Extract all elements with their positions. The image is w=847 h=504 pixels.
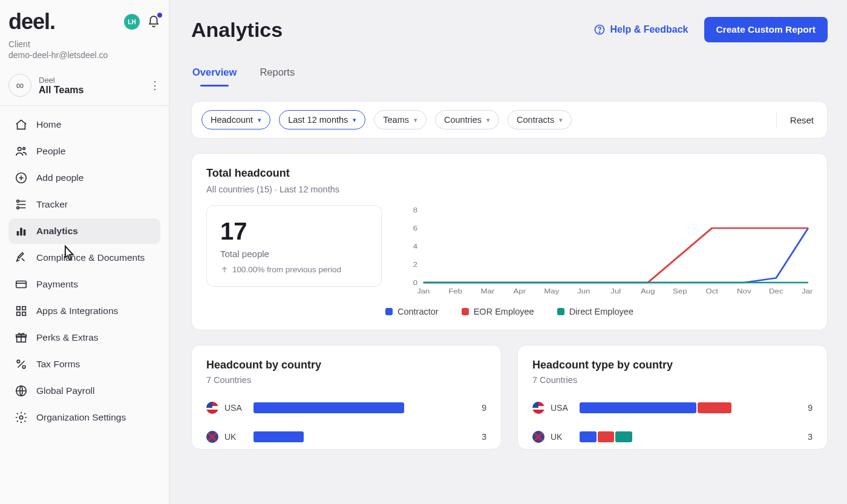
- sidebar-item-perks-extras[interactable]: Perks & Extras: [8, 325, 160, 350]
- chevron-down-icon: ▾: [258, 116, 261, 124]
- country-row: USA9: [532, 402, 813, 414]
- tab-reports[interactable]: Reports: [258, 63, 296, 87]
- svg-rect-5: [17, 231, 19, 235]
- reset-button[interactable]: Reset: [776, 113, 817, 128]
- arrow-up-icon: [220, 266, 229, 274]
- sidebar-item-organization-settings[interactable]: Organization Settings: [8, 405, 160, 430]
- infinity-icon: ∞: [8, 74, 31, 97]
- sidebar-item-payments[interactable]: Payments: [8, 272, 160, 297]
- sidebar-item-analytics[interactable]: Analytics: [8, 218, 160, 244]
- svg-point-1: [23, 148, 25, 150]
- legend: ContractorEOR EmployeeDirect Employee: [206, 307, 813, 316]
- country-row: UK3: [206, 431, 486, 443]
- sidebar-divider: [0, 105, 169, 106]
- bar-value: 9: [808, 403, 813, 413]
- help-icon: [594, 24, 606, 36]
- legend-swatch: [385, 308, 393, 315]
- card-title: Headcount type by country: [532, 359, 813, 371]
- sidebar: deel. LH Client demo-deel-hr@letsdeel.co…: [0, 0, 169, 504]
- svg-text:Jan: Jan: [802, 287, 813, 295]
- filter-chip-headcount[interactable]: Headcount▾: [201, 110, 270, 129]
- client-label: Client: [8, 39, 160, 50]
- svg-text:Sep: Sep: [673, 287, 687, 295]
- svg-point-3: [17, 200, 19, 203]
- bar-value: 3: [482, 432, 486, 442]
- svg-rect-12: [22, 312, 26, 316]
- svg-rect-6: [20, 228, 22, 236]
- flag-icon: [206, 402, 218, 414]
- card-subtitle: 7 Countries: [532, 375, 813, 385]
- create-custom-report-button[interactable]: Create Custom Report: [704, 17, 828, 42]
- bar-list: USA9UK3: [532, 402, 813, 443]
- people-icon: [15, 145, 28, 158]
- svg-point-0: [18, 148, 22, 151]
- filter-chip-contracts[interactable]: Contracts▾: [508, 110, 572, 129]
- filter-chip-last-months[interactable]: Last 12 months▾: [279, 110, 365, 129]
- legend-swatch: [462, 308, 469, 315]
- svg-text:Jul: Jul: [610, 287, 621, 295]
- bar-segment: [580, 402, 696, 413]
- sidebar-item-apps-integrations[interactable]: Apps & Integrations: [8, 298, 160, 324]
- tab-overview[interactable]: Overview: [191, 63, 238, 87]
- sidebar-item-home[interactable]: Home: [8, 112, 160, 137]
- bar-segment: [598, 431, 615, 442]
- user-avatar[interactable]: LH: [124, 14, 140, 30]
- nav-label: Perks & Extras: [36, 332, 99, 343]
- stat-delta: 100.00% from previous period: [220, 265, 368, 274]
- svg-point-16: [22, 366, 25, 369]
- legend-item: EOR Employee: [462, 307, 534, 316]
- tracker-icon: [15, 198, 28, 211]
- svg-text:6: 6: [413, 224, 418, 232]
- stat-value: 17: [220, 218, 368, 245]
- sidebar-item-add-people[interactable]: Add people: [8, 165, 160, 191]
- home-icon: [15, 118, 28, 131]
- headcount-type-by-country-card: Headcount type by country 7 Countries US…: [517, 345, 828, 450]
- svg-text:4: 4: [413, 243, 418, 250]
- svg-text:Jun: Jun: [577, 287, 590, 295]
- payments-icon: [15, 278, 28, 291]
- notifications-button[interactable]: [147, 15, 160, 28]
- flag-icon: [206, 431, 218, 443]
- help-label: Help & Feedback: [610, 24, 688, 35]
- help-feedback-link[interactable]: Help & Feedback: [594, 24, 688, 36]
- filter-chip-countries[interactable]: Countries▾: [435, 110, 499, 129]
- sidebar-item-tracker[interactable]: Tracker: [8, 192, 160, 217]
- sidebar-item-people[interactable]: People: [8, 139, 160, 164]
- page-title: Analytics: [191, 18, 283, 42]
- settings-icon: [15, 411, 28, 424]
- stat-box: 17 Total people 100.00% from previous pe…: [206, 205, 382, 287]
- sidebar-header: deel. LH: [8, 11, 160, 33]
- sidebar-item-global-payroll[interactable]: Global Payroll: [8, 378, 160, 404]
- client-email: demo-deel-hr@letsdeel.co: [8, 50, 160, 61]
- country-label: UK: [551, 432, 562, 442]
- nav-label: Organization Settings: [36, 412, 126, 423]
- tabs: OverviewReports: [191, 63, 828, 87]
- bar-segment: [580, 431, 597, 442]
- tax-icon: [15, 358, 28, 371]
- line-chart: 02468JanFebMarAprMayJunJulAugSepOctNovDe…: [406, 205, 813, 296]
- bar-segment: [698, 402, 731, 413]
- brand-logo: deel.: [8, 11, 55, 33]
- flag-icon: [532, 402, 544, 414]
- sidebar-item-tax-forms[interactable]: Tax Forms: [8, 352, 160, 377]
- bar-list: USA9UK3: [206, 402, 486, 443]
- add-icon: [15, 171, 28, 185]
- legend-item: Direct Employee: [557, 307, 633, 316]
- nav-label: People: [36, 146, 65, 157]
- kebab-icon[interactable]: ⋮: [149, 79, 160, 92]
- filter-chip-teams[interactable]: Teams▾: [374, 110, 427, 129]
- nav-label: Tax Forms: [36, 359, 80, 370]
- svg-point-18: [19, 416, 23, 420]
- team-selector[interactable]: ∞ Deel All Teams ⋮: [8, 74, 160, 97]
- nav-label: Compliance & Documents: [36, 252, 145, 263]
- svg-rect-8: [16, 281, 27, 288]
- filter-chips: Headcount▾Last 12 months▾Teams▾Countries…: [201, 110, 572, 129]
- bar-fill: [253, 402, 404, 413]
- country-label: USA: [551, 403, 568, 413]
- flag-icon: [532, 431, 544, 443]
- sidebar-item-compliance-documents[interactable]: Compliance & Documents: [8, 245, 160, 270]
- total-headcount-card: Total headcount All countries (15) · Las…: [191, 153, 828, 330]
- svg-text:8: 8: [413, 206, 418, 214]
- svg-text:0: 0: [413, 279, 418, 287]
- compliance-icon: [15, 251, 28, 264]
